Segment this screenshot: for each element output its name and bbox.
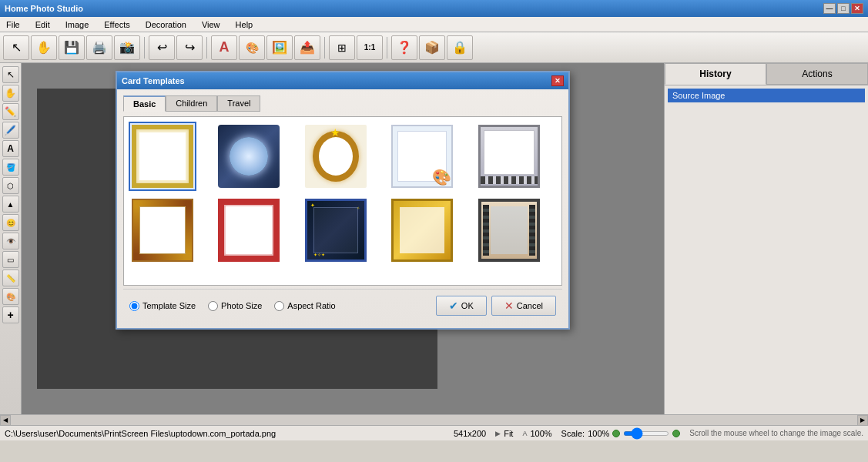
- template-grid: ★ 🎨: [123, 116, 562, 286]
- tool-text[interactable]: A: [211, 35, 237, 60]
- menu-bar: File Edit Image Effects Decoration View …: [0, 17, 868, 32]
- tab-travel[interactable]: Travel: [217, 95, 260, 112]
- tool-help[interactable]: ❓: [391, 35, 417, 60]
- zoom-control: A 100%: [522, 429, 551, 438]
- menu-decoration[interactable]: Decoration: [142, 18, 189, 31]
- maximize-button[interactable]: □: [837, 3, 850, 14]
- file-path: C:\Users\user\Documents\PrintScreen File…: [5, 429, 444, 438]
- tool-export[interactable]: 📤: [294, 35, 320, 60]
- scroll-right-button[interactable]: ▶: [857, 415, 868, 426]
- title-bar-buttons: — □ ✕: [823, 3, 863, 14]
- menu-effects[interactable]: Effects: [101, 18, 132, 31]
- menu-image[interactable]: Image: [62, 18, 92, 31]
- template-cell-8[interactable]: ✦ ✧ ✦✧✦: [302, 196, 370, 265]
- ok-button[interactable]: ✔ OK: [436, 296, 487, 316]
- scale-indicator: [612, 430, 620, 437]
- card-templates-dialog: Card Templates ✕ Basic Children Travel: [116, 71, 570, 330]
- tool-grid[interactable]: ⊞: [329, 35, 355, 60]
- template-cell-4[interactable]: 🎨: [388, 122, 456, 191]
- tool-arrow[interactable]: ↖: [3, 35, 29, 60]
- status-bar: C:\Users\user\Documents\PrintScreen File…: [0, 425, 868, 440]
- left-tool-color[interactable]: 🎨: [2, 288, 19, 305]
- template-cell-6[interactable]: [129, 196, 196, 265]
- tool-camera[interactable]: 📸: [114, 35, 140, 60]
- horizontal-scrollbar[interactable]: ◀ ▶: [0, 414, 868, 425]
- radio-photo-size[interactable]: Photo Size: [208, 301, 262, 311]
- dialog-title: Card Templates: [122, 76, 185, 85]
- tab-history[interactable]: History: [665, 63, 766, 85]
- menu-file[interactable]: File: [3, 18, 23, 31]
- dialog-overlay: Card Templates ✕ Basic Children Travel: [22, 63, 664, 414]
- dialog-body: Basic Children Travel: [117, 89, 568, 328]
- menu-edit[interactable]: Edit: [32, 18, 53, 31]
- close-button[interactable]: ✕: [851, 3, 863, 14]
- left-toolbar: ↖ ✋ ✏️ 🖊️ A 🪣 ⬡ ▲ 😊 👁️ ▭ 📏 🎨 +: [0, 63, 22, 414]
- template-cell-7[interactable]: [215, 196, 283, 265]
- footer-buttons: ✔ OK ✕ Cancel: [436, 296, 556, 316]
- toolbar-sep-3: [324, 37, 325, 59]
- scale-control: Scale: 100%: [561, 429, 681, 438]
- toolbar-sep-2: [206, 37, 207, 59]
- left-tool-text[interactable]: A: [2, 140, 19, 157]
- menu-view[interactable]: View: [199, 18, 223, 31]
- template-cell-10[interactable]: [475, 196, 543, 265]
- tab-actions[interactable]: Actions: [766, 63, 868, 85]
- cancel-icon: ✕: [504, 300, 514, 312]
- tool-redo[interactable]: ↪: [176, 35, 203, 60]
- zoom-icon: A: [522, 430, 527, 437]
- toolbar: ↖ ✋ 💾 🖨️ 📸 ↩ ↪ A 🎨 🖼️ 📤 ⊞ 1:1 ❓ 📦 🔒: [0, 32, 868, 63]
- dimensions: 541x200: [454, 429, 486, 438]
- toolbar-sep-1: [144, 37, 145, 59]
- scroll-hint: Scroll the mouse wheel to change the ima…: [689, 429, 863, 437]
- menu-help[interactable]: Help: [233, 18, 256, 31]
- minimize-button[interactable]: —: [823, 3, 836, 14]
- tool-lock[interactable]: 🔒: [447, 35, 473, 60]
- template-cell-2[interactable]: [215, 122, 283, 191]
- tool-print[interactable]: 🖨️: [86, 35, 112, 60]
- scale-slider[interactable]: [623, 431, 669, 436]
- tab-basic[interactable]: Basic: [123, 95, 166, 112]
- tool-save[interactable]: 💾: [59, 35, 85, 60]
- tool-frame[interactable]: 🖼️: [266, 35, 293, 60]
- cancel-button[interactable]: ✕ Cancel: [491, 296, 556, 316]
- template-cell-9[interactable]: [388, 196, 456, 265]
- left-tool-eye[interactable]: 👁️: [2, 233, 19, 249]
- tool-paint[interactable]: 🎨: [239, 35, 265, 60]
- tool-3d[interactable]: 📦: [419, 35, 445, 60]
- left-tool-pencil[interactable]: ✏️: [2, 103, 19, 120]
- template-cell-5[interactable]: [475, 122, 543, 191]
- radio-aspect-ratio[interactable]: Aspect Ratio: [274, 301, 335, 311]
- left-tool-brush[interactable]: 🖊️: [2, 122, 19, 139]
- left-tool-triangle[interactable]: ▲: [2, 196, 19, 213]
- left-tool-hand[interactable]: ✋: [2, 85, 19, 102]
- left-tool-select[interactable]: ↖: [2, 66, 19, 83]
- dialog-close-button[interactable]: ✕: [551, 75, 564, 86]
- left-tool-rect[interactable]: ▭: [2, 251, 19, 268]
- canvas-area: Card Templates ✕ Basic Children Travel: [22, 63, 664, 414]
- dialog-footer: Template Size Photo Size Aspect Ratio: [123, 289, 562, 322]
- toolbar-sep-4: [387, 37, 387, 59]
- tool-hand[interactable]: ✋: [31, 35, 57, 60]
- title-bar: Home Photo Studio — □ ✕: [0, 0, 868, 17]
- title-bar-title: Home Photo Studio: [5, 4, 83, 13]
- dialog-title-bar: Card Templates ✕: [117, 72, 568, 89]
- tab-children[interactable]: Children: [166, 95, 217, 112]
- fit-icon: ▶: [495, 430, 501, 437]
- radio-template-size[interactable]: Template Size: [129, 301, 196, 311]
- left-tool-fill[interactable]: 🪣: [2, 159, 19, 176]
- scroll-track[interactable]: [12, 417, 856, 424]
- history-item-source[interactable]: Source Image: [668, 89, 865, 102]
- tool-undo[interactable]: ↩: [149, 35, 175, 60]
- right-tabs: History Actions: [665, 63, 868, 85]
- left-tool-add[interactable]: +: [2, 306, 19, 323]
- tool-1to1[interactable]: 1:1: [357, 35, 383, 60]
- history-content: Source Image: [665, 85, 868, 414]
- template-cell-1[interactable]: [129, 122, 196, 191]
- left-tool-face[interactable]: 😊: [2, 214, 19, 231]
- fit-control[interactable]: ▶ Fit: [495, 429, 513, 438]
- left-tool-ruler[interactable]: 📏: [2, 270, 19, 286]
- left-tool-shape[interactable]: ⬡: [2, 177, 19, 194]
- scroll-left-button[interactable]: ◀: [0, 415, 11, 426]
- ok-icon: ✔: [449, 300, 458, 312]
- template-cell-3[interactable]: ★: [302, 122, 370, 191]
